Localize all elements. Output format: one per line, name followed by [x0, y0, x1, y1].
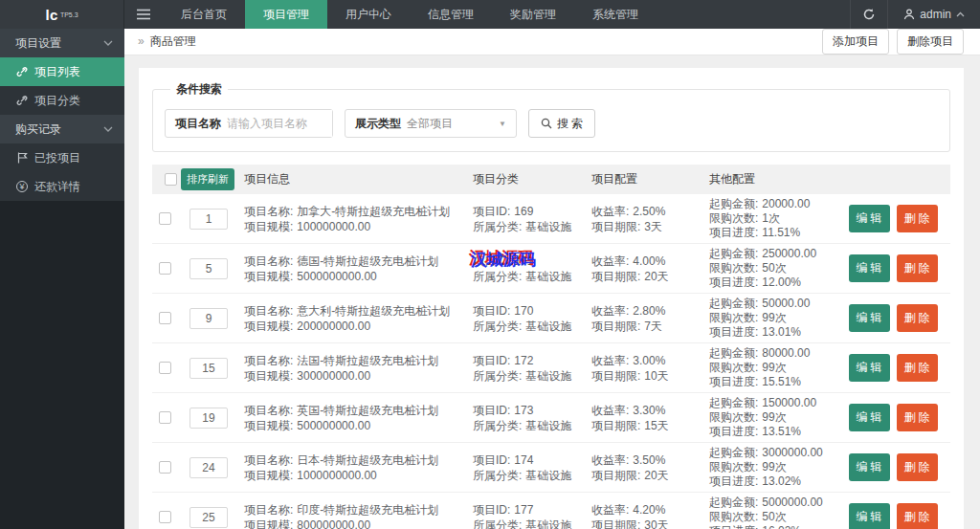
field-label: 项目期限: — [591, 220, 640, 233]
search-fieldset: 条件搜索 项目名称 展示类型 全部项目 ▼ 搜 索 — [152, 81, 950, 152]
nav-item-reward-management[interactable]: 奖励管理 — [492, 0, 574, 29]
field-label: 项目名称: — [244, 304, 293, 318]
edit-button[interactable]: 编辑 — [849, 254, 890, 282]
edit-button[interactable]: 编辑 — [849, 404, 890, 431]
field-label: 项目进度: — [709, 474, 758, 488]
project-scale-value: 5000000000.00 — [297, 270, 376, 283]
link-icon — [15, 66, 29, 77]
nav-item-dashboard[interactable]: 后台首页 — [163, 0, 245, 29]
sort-order-input[interactable] — [189, 209, 228, 230]
edit-button[interactable]: 编辑 — [849, 503, 890, 529]
sort-order-input[interactable] — [189, 408, 228, 429]
hamburger-icon[interactable] — [124, 0, 163, 29]
progress-value: 12.00% — [762, 276, 801, 289]
row-checkbox[interactable] — [159, 461, 171, 474]
sort-order-input[interactable] — [189, 308, 228, 329]
nav-item-project-management[interactable]: 项目管理 — [245, 0, 327, 29]
sort-order-input[interactable] — [189, 258, 228, 279]
sidebar-item-invested-projects[interactable]: 已投项目 — [0, 143, 124, 172]
nav-item-user-center[interactable]: 用户中心 — [327, 0, 410, 29]
delete-button[interactable]: 删除 — [897, 205, 938, 232]
sort-refresh-button[interactable]: 排序刷新 — [181, 168, 234, 190]
field-label: 收益率: — [591, 453, 629, 467]
row-checkbox[interactable] — [159, 212, 171, 225]
field-label: 收益率: — [591, 254, 629, 268]
delete-button[interactable]: 删除 — [897, 453, 938, 481]
field-label: 项目规模: — [244, 469, 293, 482]
row-checkbox[interactable] — [159, 511, 171, 523]
header-project-category: 项目分类 — [473, 171, 591, 187]
sort-order-input[interactable] — [189, 507, 228, 528]
row-checkbox[interactable] — [159, 312, 171, 324]
sidebar-item-repayment-details[interactable]: ¥ 还款详情 — [0, 172, 124, 201]
refresh-icon[interactable] — [850, 0, 888, 29]
limit-count-value: 1次 — [762, 211, 780, 225]
field-label: 项目名称: — [244, 503, 293, 517]
add-project-button[interactable]: 添加项目 — [822, 29, 889, 55]
limit-count-value: 99次 — [762, 410, 786, 424]
field-label: 项目名称: — [244, 354, 293, 367]
select-all-checkbox[interactable] — [165, 173, 177, 186]
rate-value: 2.50% — [633, 205, 665, 218]
header-project-config: 项目配置 — [591, 171, 709, 187]
search-legend: 条件搜索 — [170, 81, 228, 98]
project-name-value: 加拿大-特斯拉超级充电桩计划 — [297, 205, 450, 218]
sidebar-item-project-category[interactable]: 项目分类 — [0, 86, 124, 115]
edit-button[interactable]: 编辑 — [849, 453, 890, 481]
content-panel: 条件搜索 项目名称 展示类型 全部项目 ▼ 搜 索 — [139, 68, 964, 529]
field-label: 项目规模: — [244, 220, 293, 233]
edit-button[interactable]: 编辑 — [849, 304, 890, 332]
app-logo: lc TP5.3 — [0, 0, 124, 29]
delete-button[interactable]: 删除 — [897, 304, 938, 332]
field-label: 起购金额: — [709, 297, 758, 310]
field-label: 起购金额: — [709, 197, 758, 210]
field-label: 限购次数: — [709, 410, 758, 424]
nav-item-info-management[interactable]: 信息管理 — [410, 0, 492, 29]
nav-item-system-management[interactable]: 系统管理 — [574, 0, 657, 29]
display-type-select[interactable]: 全部项目 — [407, 115, 499, 132]
rate-value: 4.20% — [633, 503, 665, 517]
table-row: 项目名称:加拿大-特斯拉超级充电桩计划 项目规模:100000000.00 项目… — [152, 194, 950, 244]
field-label: 项目ID: — [473, 304, 510, 318]
term-value: 30天 — [644, 518, 668, 529]
logo-text: lc — [45, 7, 58, 23]
row-checkbox[interactable] — [159, 362, 171, 374]
row-checkbox[interactable] — [159, 262, 171, 275]
project-category-value: 基础设施 — [525, 369, 571, 383]
project-category-value: 基础设施 — [525, 469, 571, 482]
edit-button[interactable]: 编辑 — [849, 354, 890, 382]
project-id-value: 169 — [514, 205, 533, 218]
field-label: 项目规模: — [244, 419, 293, 432]
user-menu[interactable]: admin — [888, 0, 980, 29]
field-label: 项目进度: — [709, 524, 758, 529]
delete-button[interactable]: 删除 — [897, 404, 938, 431]
rate-value: 2.80% — [633, 304, 665, 318]
delete-button[interactable]: 删除 — [897, 354, 938, 382]
sidebar-group-project-settings[interactable]: 项目设置 — [0, 29, 124, 57]
min-amount-value: 250000.00 — [762, 247, 816, 260]
field-label: 项目名称: — [244, 404, 293, 417]
project-scale-value: 300000000.00 — [297, 369, 370, 383]
sort-order-input[interactable] — [189, 358, 228, 379]
chevron-up-icon — [956, 11, 965, 17]
row-checkbox[interactable] — [159, 411, 171, 424]
rate-value: 3.00% — [633, 354, 665, 367]
delete-button[interactable]: 删除 — [897, 254, 938, 282]
field-label: 项目名称: — [244, 205, 293, 218]
delete-project-button[interactable]: 删除项目 — [897, 29, 964, 55]
projects-table: 排序刷新 项目信息 项目分类 项目配置 其他配置 项目名称:加拿大-特斯拉超级充… — [152, 165, 950, 529]
field-label: 项目进度: — [709, 425, 758, 438]
edit-button[interactable]: 编辑 — [849, 205, 890, 232]
delete-button[interactable]: 删除 — [897, 503, 938, 529]
sidebar-item-project-list[interactable]: 项目列表 — [0, 57, 124, 86]
field-label: 收益率: — [591, 354, 629, 367]
sidebar-group-purchase-records[interactable]: 购买记录 — [0, 115, 124, 143]
logo-version: TP5.3 — [60, 11, 78, 18]
field-label: 起购金额: — [709, 446, 758, 459]
table-row: 项目名称:德国-特斯拉超级充电桩计划 项目规模:5000000000.00 项目… — [152, 244, 950, 294]
field-label: 起购金额: — [709, 496, 758, 509]
search-button[interactable]: 搜 索 — [528, 109, 595, 138]
project-name-input[interactable] — [227, 110, 332, 137]
field-label: 收益率: — [591, 503, 629, 517]
sort-order-input[interactable] — [189, 457, 228, 478]
